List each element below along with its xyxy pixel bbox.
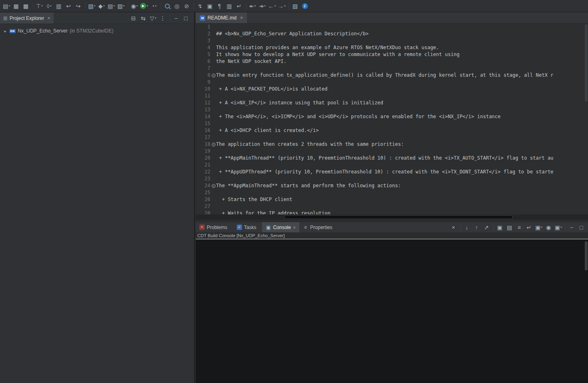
- console-output[interactable]: arm-none-eabi-gcc "C:/Users/remadihil/ST…: [196, 240, 588, 383]
- open-console-icon[interactable]: ▣▾: [534, 223, 544, 232]
- next-annotation-icon[interactable]: ↠▾: [257, 1, 267, 11]
- back-icon[interactable]: ←▾: [267, 1, 277, 11]
- scroll-down-icon[interactable]: ↓: [462, 223, 472, 232]
- editor-vertical-scrollbar[interactable]: [585, 24, 588, 214]
- export-log-icon[interactable]: ▤: [505, 223, 514, 232]
- editor-line: 15: [196, 120, 588, 127]
- flash-program-icon[interactable]: ↯: [195, 1, 205, 11]
- new-wizard-icon[interactable]: ▤▾: [2, 1, 11, 11]
- fold-marker-icon[interactable]: [211, 100, 216, 106]
- run-icon[interactable]: ▶▾: [139, 1, 149, 11]
- fold-marker-icon[interactable]: [211, 134, 216, 141]
- fold-marker-icon[interactable]: [211, 65, 216, 72]
- word-wrap-icon[interactable]: ↵: [234, 1, 244, 11]
- remove-launch-icon[interactable]: ×: [449, 223, 458, 232]
- fold-marker-icon[interactable]: [211, 58, 216, 65]
- console-vertical-scrollbar[interactable]: [585, 240, 588, 382]
- open-element-icon[interactable]: ◎: [172, 1, 182, 11]
- tab-problems[interactable]: × Problems: [196, 222, 233, 232]
- close-icon[interactable]: ×: [240, 15, 243, 21]
- save-icon[interactable]: ▦: [11, 1, 21, 11]
- maximize-icon[interactable]: □: [577, 223, 586, 232]
- project-explorer-header: ▥ Project Explorer × ⊟ ⇆ ▽▾ ⋮ − □: [0, 13, 194, 24]
- fold-marker-icon[interactable]: [211, 182, 216, 189]
- tab-readme-md[interactable]: M README.md ×: [196, 13, 247, 23]
- maximize-icon[interactable]: □: [181, 13, 191, 23]
- fold-marker-icon[interactable]: [211, 30, 216, 37]
- fold-marker-icon[interactable]: [211, 189, 216, 196]
- fold-marker-icon[interactable]: [211, 169, 216, 175]
- fold-marker-icon[interactable]: [211, 51, 216, 58]
- scrollbar-thumb[interactable]: [284, 215, 512, 219]
- previous-annotation-icon[interactable]: ↞▾: [248, 1, 257, 11]
- markdown-file-icon: M: [200, 15, 205, 21]
- fold-marker-icon[interactable]: [211, 120, 216, 127]
- fold-marker-icon[interactable]: [211, 155, 216, 162]
- fold-marker-icon[interactable]: [211, 44, 216, 51]
- scrollbar-thumb[interactable]: [585, 24, 588, 102]
- tab-properties[interactable]: ≡ Properties: [299, 222, 338, 232]
- fold-marker-icon[interactable]: [211, 93, 216, 100]
- profile-icon[interactable]: ◔▾: [149, 1, 159, 11]
- fold-marker-icon[interactable]: [211, 24, 216, 30]
- close-icon[interactable]: ×: [48, 15, 50, 21]
- clean-build-icon[interactable]: ◊▾: [44, 1, 54, 11]
- view-menu-icon[interactable]: ⋮: [158, 13, 168, 23]
- fold-marker-icon[interactable]: [211, 106, 216, 113]
- fold-marker-icon[interactable]: [211, 203, 216, 210]
- chevron-right-icon[interactable]: ▸: [3, 29, 7, 33]
- minimize-icon[interactable]: −: [567, 223, 577, 232]
- scrollbar-thumb[interactable]: [585, 241, 588, 270]
- fold-marker-icon[interactable]: [211, 127, 216, 134]
- minimize-icon[interactable]: −: [171, 13, 181, 23]
- debug-icon[interactable]: ◉▾: [130, 1, 139, 11]
- tab-tasks[interactable]: ✓ Tasks: [233, 222, 262, 232]
- fold-marker-icon[interactable]: [211, 113, 216, 120]
- build-icon[interactable]: ⊤▾: [35, 1, 44, 11]
- redo-icon[interactable]: ↪: [74, 1, 83, 11]
- tab-console[interactable]: ▣ Console ×: [262, 222, 299, 232]
- tree-item-project[interactable]: ▸ IDE Nx_UDP_Echo_Server (in STM32CubeID…: [2, 27, 192, 35]
- fold-marker-icon[interactable]: [211, 79, 216, 86]
- scroll-lock-icon[interactable]: ≡: [514, 223, 524, 232]
- fold-marker-icon[interactable]: [211, 141, 216, 148]
- toggle-breakpoint-icon[interactable]: ⊘: [182, 1, 192, 11]
- new-file-icon[interactable]: ▤▾: [106, 1, 116, 11]
- filter-icon[interactable]: ▽▾: [148, 13, 158, 23]
- fold-marker-icon[interactable]: [211, 148, 216, 155]
- collapse-all-icon[interactable]: ⊟: [129, 13, 138, 23]
- pin-console-icon[interactable]: ◉: [544, 223, 553, 232]
- editor-line: 27: [196, 203, 588, 210]
- search-icon[interactable]: [162, 1, 172, 11]
- block-selection-icon[interactable]: ▥: [225, 1, 234, 11]
- scroll-up-icon[interactable]: ↑: [472, 223, 482, 232]
- forward-icon[interactable]: →▾: [277, 1, 287, 11]
- open-window-icon[interactable]: ▥: [54, 1, 64, 11]
- undo-icon[interactable]: ↩: [64, 1, 74, 11]
- mark-occurrences-icon[interactable]: ▣: [205, 1, 215, 11]
- editor-horizontal-scrollbar[interactable]: [196, 214, 588, 220]
- new-c-project-icon[interactable]: ▧▾: [87, 1, 97, 11]
- close-icon[interactable]: ×: [293, 225, 295, 230]
- editor-presentation-icon[interactable]: ▧: [290, 1, 300, 11]
- fold-marker-icon[interactable]: [211, 37, 216, 44]
- fold-marker-icon[interactable]: [211, 175, 216, 182]
- show-whitespace-icon[interactable]: ¶: [215, 1, 225, 11]
- code-text: + Starts the DHCP client: [216, 196, 292, 203]
- fold-marker-icon[interactable]: [211, 210, 216, 214]
- fold-marker-icon[interactable]: [211, 86, 216, 93]
- new-folder-icon[interactable]: ▨▾: [116, 1, 126, 11]
- display-console-icon[interactable]: ▣▾: [553, 223, 563, 232]
- editor-content[interactable]: 1 2 ## <b>Nx_UDP_Echo_Server Application…: [196, 24, 588, 214]
- fold-marker-icon[interactable]: [211, 162, 216, 169]
- console-word-wrap-icon[interactable]: ↵: [524, 223, 534, 232]
- new-cpp-class-icon[interactable]: ◆▾: [97, 1, 106, 11]
- fold-marker-icon[interactable]: [211, 72, 216, 79]
- link-with-editor-icon[interactable]: ⇆: [138, 13, 148, 23]
- fold-marker-icon[interactable]: [211, 196, 216, 203]
- info-icon[interactable]: i: [300, 1, 310, 11]
- copy-output-icon[interactable]: ▣: [495, 223, 505, 232]
- save-all-icon[interactable]: ▩: [21, 1, 31, 11]
- tab-project-explorer[interactable]: ▥ Project Explorer ×: [0, 13, 54, 24]
- relaunch-icon[interactable]: ↗: [482, 223, 491, 232]
